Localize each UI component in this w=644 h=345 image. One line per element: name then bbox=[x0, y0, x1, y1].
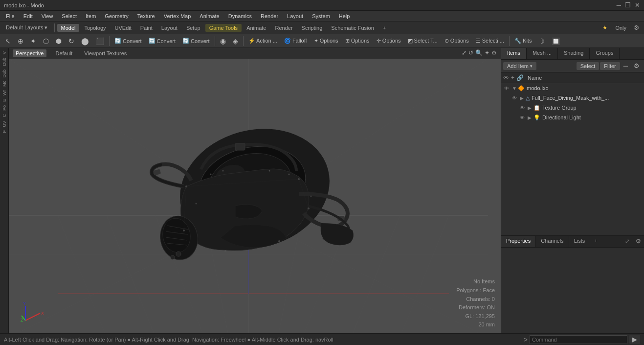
select-t-button[interactable]: ◩ Select T... bbox=[405, 37, 441, 45]
vp-ctrl-1[interactable]: ⤢ bbox=[462, 49, 466, 56]
tab-setup[interactable]: Setup bbox=[182, 24, 204, 32]
items-tree[interactable]: 👁 ▼ 🔶 modo.lxo 👁 ▶ △ Full_Face_Diving_Ma… bbox=[501, 83, 644, 235]
viewport[interactable]: Perspective Default Viewport Textures ⤢ … bbox=[9, 48, 501, 333]
expand-icon-mesh[interactable]: ▶ bbox=[520, 95, 525, 101]
sidebar-po[interactable]: Po bbox=[1, 104, 7, 112]
panel-tab-mesh[interactable]: Mesh ... bbox=[527, 48, 558, 59]
tool-end-1[interactable]: ☽ bbox=[535, 36, 548, 46]
cmd-submit-button[interactable]: ▶ bbox=[629, 335, 640, 344]
visibility-icon-texture[interactable]: 👁 bbox=[519, 105, 526, 111]
menu-animate[interactable]: Animate bbox=[196, 12, 223, 20]
only-button[interactable]: Only bbox=[611, 24, 630, 32]
vp-tab-perspective[interactable]: Perspective bbox=[13, 49, 46, 57]
expand-icon-light[interactable]: ▶ bbox=[528, 115, 533, 120]
menu-dynamics[interactable]: Dynamics bbox=[224, 12, 256, 20]
vp-ctrl-5[interactable]: ⚙ bbox=[491, 49, 497, 56]
sidebar-wr[interactable]: Wr bbox=[1, 89, 7, 97]
prop-settings-icon[interactable]: ⚙ bbox=[633, 236, 644, 247]
panel-settings-icon[interactable]: ⚙ bbox=[631, 61, 642, 70]
prop-tab-properties[interactable]: Properties bbox=[501, 236, 536, 247]
tab-schematic-fusion[interactable]: Schematic Fusion bbox=[327, 24, 378, 32]
tool-2[interactable]: ⊕ bbox=[15, 36, 26, 46]
filter-button[interactable]: Filter bbox=[600, 62, 620, 70]
eye-icon-header[interactable]: 👁 bbox=[503, 74, 509, 81]
prop-tab-lists[interactable]: Lists bbox=[569, 236, 591, 247]
plus-icon-header[interactable]: + bbox=[511, 74, 514, 81]
link-icon-header[interactable]: 🔗 bbox=[516, 74, 524, 81]
tab-uvedit[interactable]: UVEdit bbox=[111, 24, 135, 32]
cmd-arrow[interactable]: > bbox=[524, 336, 528, 344]
menu-system[interactable]: System bbox=[308, 12, 334, 20]
close-button[interactable]: ✕ bbox=[635, 1, 640, 9]
options-button-4[interactable]: ⊙ Options bbox=[442, 37, 472, 45]
vp-tab-viewport-textures[interactable]: Viewport Textures bbox=[81, 49, 130, 57]
command-input[interactable] bbox=[530, 335, 627, 344]
vp-ctrl-2[interactable]: ↺ bbox=[468, 49, 473, 56]
vp-ctrl-4[interactable]: ✦ bbox=[485, 49, 489, 56]
sphere-icon[interactable]: ◉ bbox=[217, 36, 229, 46]
sidebar-mc[interactable]: Mc bbox=[1, 79, 7, 88]
vp-ctrl-3[interactable]: 🔍 bbox=[475, 49, 483, 56]
tab-game-tools[interactable]: Game Tools bbox=[205, 24, 242, 32]
menu-geometry[interactable]: Geometry bbox=[101, 12, 132, 20]
tool-7[interactable]: ⬤ bbox=[78, 36, 92, 46]
tree-item-root[interactable]: 👁 ▼ 🔶 modo.lxo bbox=[501, 83, 644, 93]
menu-vertex-map[interactable]: Vertex Map bbox=[160, 12, 195, 20]
tab-scripting[interactable]: Scripting bbox=[298, 24, 327, 32]
menu-item[interactable]: Item bbox=[82, 12, 100, 20]
vp-tab-default[interactable]: Default bbox=[52, 49, 75, 57]
tool-6[interactable]: ↻ bbox=[66, 36, 77, 46]
tool-5[interactable]: ⬢ bbox=[53, 36, 65, 46]
tab-topology[interactable]: Topology bbox=[80, 24, 110, 32]
settings-gear-icon[interactable]: ⚙ bbox=[631, 23, 642, 32]
sidebar-dub1[interactable]: Dub bbox=[1, 56, 7, 68]
tool-8[interactable]: ⬛ bbox=[93, 36, 107, 46]
tree-item-texture[interactable]: 👁 ▶ 📋 Texture Group bbox=[501, 103, 644, 113]
menu-help[interactable]: Help bbox=[335, 12, 354, 20]
prop-tab-channels[interactable]: Channels bbox=[536, 236, 569, 247]
expand-icon-root[interactable]: ▼ bbox=[512, 86, 517, 91]
convert-button-2[interactable]: 🔄 Convert bbox=[146, 37, 179, 45]
panel-tab-shading[interactable]: Shading bbox=[558, 48, 590, 59]
sidebar-f[interactable]: F bbox=[1, 129, 7, 135]
tool-select-icon[interactable]: ↖ bbox=[2, 36, 14, 46]
visibility-icon-light[interactable]: 👁 bbox=[519, 115, 526, 120]
convert-button-1[interactable]: 🔄 Convert bbox=[111, 37, 145, 45]
tab-paint[interactable]: Paint bbox=[136, 24, 156, 32]
tree-item-light[interactable]: 👁 ▶ 💡 Directional Light bbox=[501, 113, 644, 122]
panel-minus-icon[interactable]: ─ bbox=[621, 61, 630, 70]
sidebar-e[interactable]: E bbox=[1, 97, 7, 103]
tab-layout[interactable]: Layout bbox=[157, 24, 181, 32]
selecti-button[interactable]: ☰ Selecti ... bbox=[473, 37, 507, 45]
expand-icon-texture[interactable]: ▶ bbox=[528, 105, 533, 111]
tab-model[interactable]: Model bbox=[57, 24, 80, 32]
visibility-icon-mesh[interactable]: 👁 bbox=[511, 95, 518, 101]
options-button-3[interactable]: ✛ Options bbox=[374, 37, 404, 45]
select-button[interactable]: Select bbox=[577, 62, 600, 70]
sidebar-dub2[interactable]: Dub bbox=[1, 68, 7, 79]
prop-tab-add[interactable]: + bbox=[590, 236, 601, 247]
menu-texture[interactable]: Texture bbox=[133, 12, 159, 20]
menu-render[interactable]: Render bbox=[257, 12, 282, 20]
minimize-button[interactable]: ─ bbox=[617, 1, 621, 9]
panel-tab-items[interactable]: Items bbox=[501, 48, 527, 59]
options-button-1[interactable]: ✦ Options bbox=[311, 37, 341, 45]
sidebar-c[interactable]: C bbox=[1, 113, 7, 119]
tool-end-2[interactable]: 🔲 bbox=[549, 36, 563, 46]
add-layout-button[interactable]: + bbox=[379, 24, 390, 32]
tool-3[interactable]: ✦ bbox=[27, 36, 39, 46]
sidebar-v[interactable]: V bbox=[1, 50, 7, 56]
prop-expand-icon[interactable]: ⤢ bbox=[622, 236, 633, 247]
kits-button[interactable]: 🔧 Kits bbox=[511, 37, 534, 45]
sidebar-uv[interactable]: UV bbox=[1, 119, 7, 129]
action-button[interactable]: ⚡ Action ... bbox=[245, 37, 280, 45]
menu-select[interactable]: Select bbox=[58, 12, 81, 20]
tab-animate[interactable]: Animate bbox=[243, 24, 270, 32]
menu-layout[interactable]: Layout bbox=[283, 12, 307, 20]
tree-item-mesh[interactable]: 👁 ▶ △ Full_Face_Diving_Mask_with_... bbox=[501, 93, 644, 103]
tab-render[interactable]: Render bbox=[271, 24, 296, 32]
add-item-button[interactable]: Add Item ▾ bbox=[503, 62, 536, 70]
tool-a[interactable]: ◈ bbox=[230, 36, 241, 46]
menu-view[interactable]: View bbox=[38, 12, 57, 20]
convert-button-3[interactable]: 🔄 Convert bbox=[179, 37, 213, 45]
